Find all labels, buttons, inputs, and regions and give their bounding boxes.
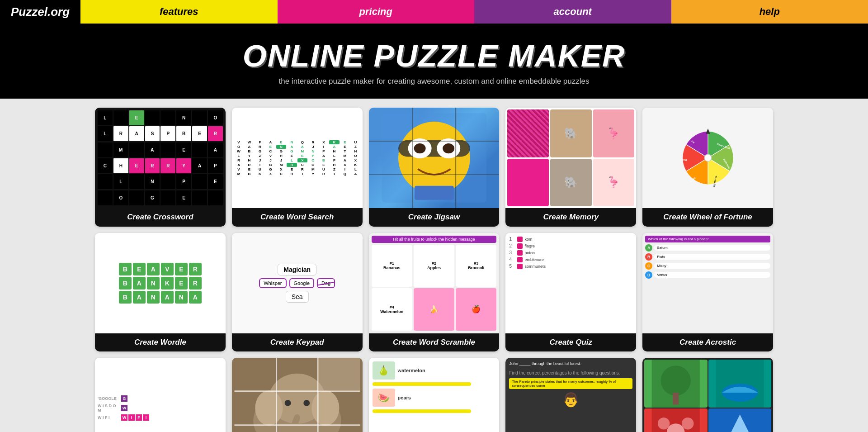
bingo-label: Create Keypad: [232, 333, 363, 351]
card-acrostic[interactable]: 'GOOGLE G W I S D O M W W I F I W I F I …: [95, 358, 226, 432]
navigation: Puzzel.org features pricing account help: [0, 0, 868, 24]
qt-landscape-svg: [708, 408, 771, 432]
svg-point-41: [661, 366, 691, 395]
quiz-preview: Which of the following is not a planet? …: [642, 233, 773, 333]
card-jigsaw[interactable]: Create Jigsaw: [369, 108, 500, 227]
bingo-chips-row: Whisper Google Dog: [259, 278, 335, 288]
card-word-search[interactable]: VWFAENQRXKEU OARENAAJIAEZ WBGCGGMNPHTH L…: [232, 108, 363, 227]
jigsaw-label: Create Jigsaw: [369, 208, 500, 226]
bingo-chip2: Google: [289, 278, 314, 288]
nav-items: features pricing account help: [80, 0, 868, 24]
hero-title: ONLINE PUZZLE MAKER: [9, 38, 859, 73]
wordle-preview: B E A V E R B A N K E R B A: [95, 233, 226, 333]
scramble-label: Create Quiz: [505, 333, 636, 351]
memory-cell-3: 🦩: [593, 109, 635, 157]
card-sliding-puzzle[interactable]: Create Matching: [232, 358, 363, 432]
keypad-grid: #1Bananas #2Apples #3Broccoli #4Watermel…: [372, 245, 497, 331]
scramble-preview: 1 kom 2 fiagre 3 poton 4 emblenu: [505, 233, 636, 333]
crossword-grid: L E N O L R A S P B E R: [98, 110, 223, 205]
nav-account[interactable]: account: [474, 0, 671, 24]
card-memory[interactable]: 🐘 🦩 🐘 🦩 Create Memory: [505, 108, 636, 227]
card-keypad[interactable]: Hit all the fruits to unlock the hidden …: [369, 233, 500, 352]
matching-preview: 🍐 watermelon 🍉 pears: [369, 358, 500, 432]
acrostic-preview: 'GOOGLE G W I S D O M W W I F I W I F I: [95, 358, 226, 432]
word-search-label: Create Word Search: [232, 208, 363, 226]
crossword-preview: L E N O L R A S P B E R: [95, 108, 226, 208]
hero-subtitle: the interactive puzzle maker for creatin…: [9, 77, 859, 86]
wordle-row-3: B A N A N A: [119, 291, 202, 304]
card-bingo[interactable]: Magician Whisper Google Dog Sea Create K…: [232, 233, 363, 352]
bingo-tag1: Magician: [278, 264, 316, 275]
sliding-preview: [232, 358, 363, 432]
card-wheel-of-fortune[interactable]: Read a book Math time Tic-Tac-Toe Movie …: [642, 108, 773, 227]
svg-marker-25: [706, 128, 710, 134]
qt-water-svg: [708, 360, 771, 408]
crossword-label: Create Crossword: [95, 208, 226, 226]
keypad-label: Create Word Scramble: [369, 333, 500, 351]
wheel-preview: Read a book Math time Tic-Tac-Toe Movie …: [642, 108, 773, 208]
puzzle-grid-bottom: 'GOOGLE G W I S D O M W W I F I W I F I …: [0, 351, 868, 432]
card-matching[interactable]: 🍐 watermelon 🍉 pears Create Fill in the …: [369, 358, 500, 432]
svg-point-31: [255, 390, 283, 426]
jigsaw-svg: [369, 108, 500, 208]
card-crossword[interactable]: L E N O L R A S P B E R: [95, 108, 226, 227]
wordle-row-2: B A N K E R: [119, 277, 202, 290]
wheel-label: Create Wheel of Fortune: [642, 208, 773, 226]
hero-section: ONLINE PUZZLE MAKER the interactive puzz…: [0, 24, 868, 99]
card-wordle[interactable]: B E A V E R B A N K E R B A: [95, 233, 226, 352]
nav-help[interactable]: help: [671, 0, 868, 24]
card-word-scramble[interactable]: 1 kom 2 fiagre 3 poton 4 emblenu: [505, 233, 636, 352]
card-quartets[interactable]: Create Quartets Create Quartets: [642, 358, 773, 432]
bingo-chip1: Whisper: [259, 278, 286, 288]
wordle-row-1: B E A V E R: [119, 263, 202, 275]
fill-gap-preview: John _____ through the beautiful forest.…: [505, 358, 636, 432]
keypad-preview: Hit all the fruits to unlock the hidden …: [369, 233, 500, 333]
keypad-header: Hit all the fruits to unlock the hidden …: [372, 236, 497, 243]
sliding-svg: [232, 358, 363, 432]
memory-label: Create Memory: [505, 208, 636, 226]
svg-rect-7: [415, 186, 454, 200]
quartets-preview: [642, 358, 773, 432]
svg-point-18: [704, 154, 712, 161]
bingo-tag2: Sea: [286, 291, 309, 303]
svg-point-1: [398, 122, 470, 194]
svg-point-48: [682, 418, 694, 430]
svg-rect-39: [318, 358, 360, 391]
svg-point-4: [414, 143, 425, 153]
word-search-grid: VWFAENQRXKEU OARENAAJIAEZ WBGCGGMNPHTH L…: [234, 140, 361, 176]
jigsaw-preview: [369, 108, 500, 208]
card-quiz[interactable]: Which of the following is not a planet? …: [642, 233, 773, 352]
puzzle-grid: L E N O L R A S P B E R: [95, 108, 773, 351]
svg-point-6: [443, 143, 454, 153]
memory-cell-2: 🐘: [550, 109, 592, 157]
wheel-svg: Read a book Math time Tic-Tac-Toe Movie …: [679, 128, 737, 187]
memory-preview: 🐘 🦩 🐘 🦩: [505, 108, 636, 208]
qt-nature-svg: [644, 360, 707, 408]
bingo-preview: Magician Whisper Google Dog Sea: [232, 233, 363, 333]
memory-cell-4: [507, 159, 549, 207]
svg-rect-42: [673, 393, 679, 405]
wordle-label: Create Wordle: [95, 333, 226, 351]
svg-point-33: [284, 400, 291, 406]
memory-cell-1: [507, 109, 549, 157]
card-fill-gap[interactable]: John _____ through the beautiful forest.…: [505, 358, 636, 432]
qt-flowers-svg: [644, 408, 707, 432]
puzzle-grid-2: 'GOOGLE G W I S D O M W W I F I W I F I …: [95, 358, 773, 432]
nav-features[interactable]: features: [80, 0, 278, 24]
bingo-chip3: Dog: [317, 278, 335, 288]
quiz-header: Which of the following is not a planet?: [645, 236, 770, 242]
svg-point-47: [658, 418, 670, 430]
memory-cell-6: 🦩: [593, 159, 635, 207]
svg-point-32: [311, 390, 339, 426]
quiz-label: Create Acrostic: [642, 333, 773, 351]
memory-cell-5: 🐘: [550, 159, 592, 207]
svg-text:Music: Music: [680, 159, 687, 161]
puzzle-grid-container: L E N O L R A S P B E R: [0, 99, 868, 351]
nav-pricing[interactable]: pricing: [278, 0, 475, 24]
word-search-preview: VWFAENQRXKEU OARENAAJIAEZ WBGCGGMNPHTH L…: [232, 108, 363, 208]
svg-point-34: [303, 400, 310, 406]
site-logo[interactable]: Puzzel.org: [0, 0, 80, 24]
